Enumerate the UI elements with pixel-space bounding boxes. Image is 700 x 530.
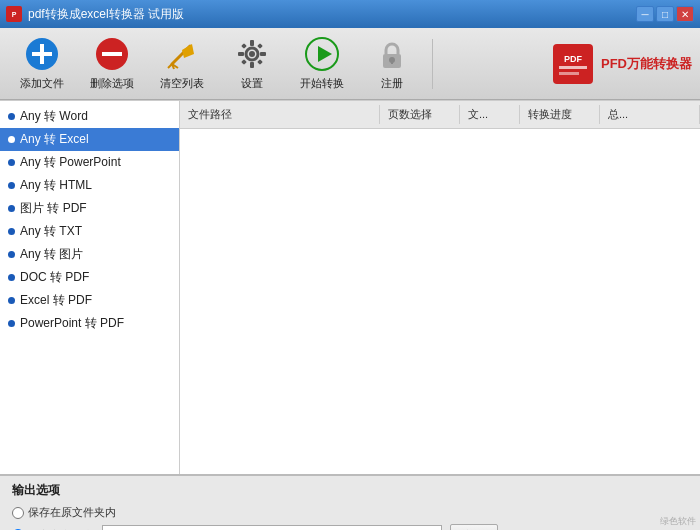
svg-rect-21 <box>257 59 263 65</box>
sidebar-item-any-img[interactable]: Any 转 图片 <box>0 243 179 266</box>
sidebar-dot <box>8 113 15 120</box>
table-body <box>180 129 700 474</box>
logo-icon: PDF <box>551 42 595 86</box>
logo-text: PFD万能转换器 <box>601 55 692 73</box>
settings-button[interactable]: 设置 <box>218 32 286 96</box>
sidebar-item-img-pdf[interactable]: 图片 转 PDF <box>0 197 179 220</box>
svg-rect-15 <box>250 62 254 68</box>
sidebar-item-excel-pdf[interactable]: Excel 转 PDF <box>0 289 179 312</box>
table-header-cell-0: 文件路径 <box>180 105 380 124</box>
sidebar-item-ppt-pdf[interactable]: PowerPoint 转 PDF <box>0 312 179 335</box>
output-row2: 自定义文件夹 浏览 <box>12 524 688 530</box>
svg-rect-4 <box>32 52 52 56</box>
svg-rect-26 <box>391 60 393 64</box>
sidebar-dot <box>8 159 15 166</box>
browse-button[interactable]: 浏览 <box>450 524 498 530</box>
clear-label: 清空列表 <box>160 76 204 91</box>
start-icon <box>304 36 340 72</box>
sidebar-item-label: Any 转 HTML <box>20 177 92 194</box>
sidebar-dot <box>8 251 15 258</box>
svg-marker-23 <box>318 46 332 62</box>
register-button[interactable]: 注册 <box>358 32 426 96</box>
start-convert-button[interactable]: 开始转换 <box>288 32 356 96</box>
sidebar-dot <box>8 136 15 143</box>
toolbar: 添加文件 删除选项 清空列表 <box>0 28 700 100</box>
sidebar-dot <box>8 297 15 304</box>
sidebar-item-any-word[interactable]: Any 转 Word <box>0 105 179 128</box>
titlebar: P pdf转换成excel转换器 试用版 ─ □ ✕ <box>0 0 700 28</box>
svg-rect-17 <box>260 52 266 56</box>
svg-rect-16 <box>238 52 244 56</box>
sidebar-item-label: Any 转 图片 <box>20 246 83 263</box>
content-area: 文件路径页数选择文...转换进度总... <box>180 101 700 474</box>
sidebar-item-label: Excel 转 PDF <box>20 292 92 309</box>
add-icon <box>24 36 60 72</box>
sidebar-dot <box>8 274 15 281</box>
sidebar: Any 转 WordAny 转 ExcelAny 转 PowerPointAny… <box>0 101 180 474</box>
sidebar-dot <box>8 228 15 235</box>
sidebar-item-any-excel[interactable]: Any 转 Excel <box>0 128 179 151</box>
window-controls: ─ □ ✕ <box>636 6 694 22</box>
sidebar-item-any-ppt[interactable]: Any 转 PowerPoint <box>0 151 179 174</box>
svg-rect-20 <box>241 59 247 65</box>
sidebar-item-label: DOC 转 PDF <box>20 269 89 286</box>
clear-icon <box>164 36 200 72</box>
settings-icon <box>234 36 270 72</box>
delete-icon <box>94 36 130 72</box>
sidebar-item-label: Any 转 PowerPoint <box>20 154 121 171</box>
output-row1: 保存在原文件夹内 <box>12 505 688 520</box>
app-icon: P <box>6 6 22 22</box>
window-title: pdf转换成excel转换器 试用版 <box>28 6 636 23</box>
settings-label: 设置 <box>241 76 263 91</box>
svg-text:P: P <box>12 11 17 18</box>
svg-rect-18 <box>241 43 247 49</box>
save-in-source-option[interactable]: 保存在原文件夹内 <box>12 505 116 520</box>
output-title: 输出选项 <box>12 482 688 499</box>
svg-text:PDF: PDF <box>564 54 583 64</box>
save-in-source-radio[interactable] <box>12 507 24 519</box>
sidebar-item-label: 图片 转 PDF <box>20 200 87 217</box>
sidebar-item-any-html[interactable]: Any 转 HTML <box>0 174 179 197</box>
sidebar-item-label: PowerPoint 转 PDF <box>20 315 124 332</box>
table-header-cell-1: 页数选择 <box>380 105 460 124</box>
toolbar-logo: PDF PFD万能转换器 <box>551 42 692 86</box>
close-button[interactable]: ✕ <box>676 6 694 22</box>
clear-button[interactable]: 清空列表 <box>148 32 216 96</box>
add-file-label: 添加文件 <box>20 76 64 91</box>
watermark: 绿色软件 <box>660 515 696 528</box>
register-label: 注册 <box>381 76 403 91</box>
start-label: 开始转换 <box>300 76 344 91</box>
output-options: 输出选项 保存在原文件夹内 自定义文件夹 浏览 <box>0 474 700 530</box>
svg-point-13 <box>249 51 255 57</box>
custom-path-input[interactable] <box>102 525 442 530</box>
sidebar-item-label: Any 转 TXT <box>20 223 82 240</box>
main-area: Any 转 WordAny 转 ExcelAny 转 PowerPointAny… <box>0 100 700 474</box>
svg-rect-29 <box>559 66 587 69</box>
register-icon <box>374 36 410 72</box>
svg-rect-27 <box>553 44 593 84</box>
delete-button[interactable]: 删除选项 <box>78 32 146 96</box>
svg-rect-14 <box>250 40 254 46</box>
minimize-button[interactable]: ─ <box>636 6 654 22</box>
table-header-cell-2: 文... <box>460 105 520 124</box>
table-header-cell-3: 转换进度 <box>520 105 600 124</box>
table-header: 文件路径页数选择文...转换进度总... <box>180 101 700 129</box>
sidebar-item-label: Any 转 Excel <box>20 131 89 148</box>
sidebar-item-doc-pdf[interactable]: DOC 转 PDF <box>0 266 179 289</box>
delete-label: 删除选项 <box>90 76 134 91</box>
svg-rect-19 <box>257 43 263 49</box>
maximize-button[interactable]: □ <box>656 6 674 22</box>
sidebar-item-label: Any 转 Word <box>20 108 88 125</box>
svg-rect-30 <box>559 72 579 75</box>
add-file-button[interactable]: 添加文件 <box>8 32 76 96</box>
sidebar-dot <box>8 320 15 327</box>
sidebar-dot <box>8 182 15 189</box>
sidebar-item-any-txt[interactable]: Any 转 TXT <box>0 220 179 243</box>
sidebar-dot <box>8 205 15 212</box>
table-header-cell-4: 总... <box>600 105 700 124</box>
save-in-source-label: 保存在原文件夹内 <box>28 505 116 520</box>
toolbar-divider <box>432 39 433 89</box>
svg-rect-6 <box>102 52 122 56</box>
